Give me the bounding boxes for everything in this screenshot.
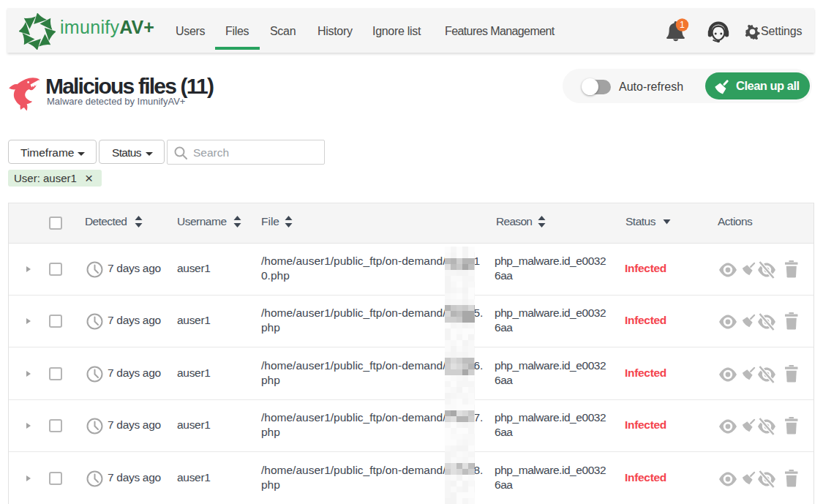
svg-text:1: 1	[680, 20, 685, 30]
